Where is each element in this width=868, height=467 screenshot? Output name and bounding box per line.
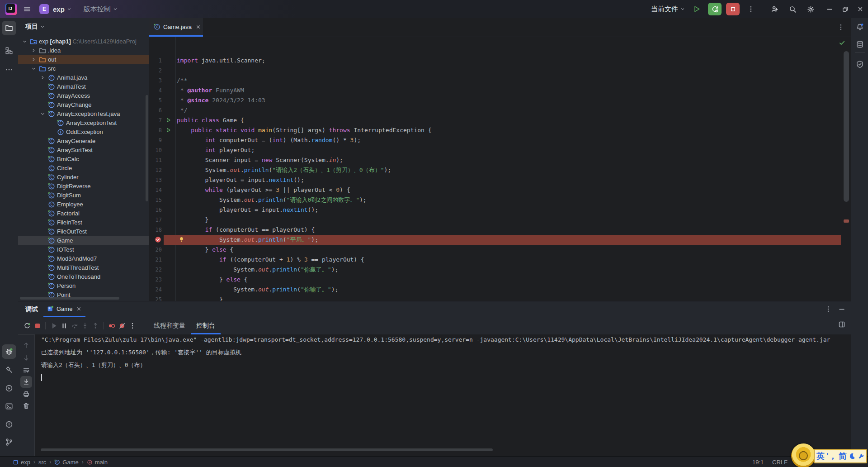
line-number[interactable]: 1	[149, 56, 162, 66]
tree-item-person[interactable]: CPerson	[18, 281, 149, 291]
tool-window-button-terminal[interactable]	[2, 399, 16, 414]
code-line-5[interactable]: 5 * @since 2024/3/22 14:03	[149, 95, 851, 105]
code-line-12[interactable]: 12 System.out.println("请输入2（石头）、1（剪刀）、0（…	[149, 165, 851, 175]
line-ending-indicator[interactable]: CRLF	[772, 459, 788, 466]
line-number[interactable]: 11	[149, 155, 162, 165]
tree-item-arraychange[interactable]: CArrayChange	[18, 100, 149, 110]
resume-icon[interactable]	[49, 321, 59, 331]
tree-item-digitsum[interactable]: CDigitSum	[18, 191, 149, 200]
line-number[interactable]: 25	[149, 295, 162, 301]
code-editor[interactable]: 1import java.util.Scanner;23/**4 * @auth…	[149, 37, 851, 301]
run-line-icon[interactable]	[165, 127, 171, 133]
breadcrumb-item-exp[interactable]: exp	[13, 459, 30, 466]
breadcrumb-item-main[interactable]: mmain	[87, 459, 108, 466]
code-line-23[interactable]: 23 } else {	[149, 275, 851, 285]
more-actions-icon[interactable]	[744, 3, 758, 15]
code-line-4[interactable]: 4 * @author FunnyAWM	[149, 86, 851, 95]
tree-item-mod3andmod7[interactable]: CMod3AndMod7	[18, 254, 149, 263]
tree-item-game[interactable]: CGame	[18, 236, 149, 245]
pause-icon[interactable]	[59, 321, 69, 331]
printer-icon[interactable]	[20, 388, 32, 400]
step-over-icon[interactable]	[70, 321, 80, 331]
view-breakpoints-icon[interactable]	[107, 321, 117, 331]
line-number[interactable]: 21	[149, 255, 162, 265]
tool-window-button-security[interactable]	[853, 57, 867, 71]
code-line-7[interactable]: 7public class Game {	[149, 115, 851, 125]
debug-view-tab-console[interactable]: 控制台	[191, 317, 221, 334]
line-number[interactable]: 9	[149, 135, 162, 145]
code-line-22[interactable]: 22 System.out.println("你赢了。");	[149, 265, 851, 275]
tree-vertical-scrollbar[interactable]	[146, 95, 148, 201]
project-panel-header[interactable]: 项目	[18, 18, 149, 35]
code-line-1[interactable]: 1import java.util.Scanner;	[149, 56, 851, 66]
tool-window-button-problems[interactable]	[2, 417, 16, 432]
breakpoint-icon[interactable]	[155, 236, 161, 243]
tool-window-button-services[interactable]	[2, 381, 16, 396]
line-number[interactable]: 13	[149, 175, 162, 185]
stop-filled-icon[interactable]	[33, 321, 42, 331]
rerun-debug-button[interactable]	[708, 3, 722, 15]
project-name-button[interactable]: exp	[53, 5, 65, 13]
tree-item-animaltest[interactable]: CAnimalTest	[18, 82, 149, 91]
line-number[interactable]: 12	[149, 165, 162, 175]
code-line-18[interactable]: 18 if (computerOut == playerOut) {	[149, 225, 851, 235]
line-number[interactable]: 8	[149, 125, 162, 135]
chevron-down-icon[interactable]	[22, 38, 28, 44]
line-number[interactable]: 24	[149, 285, 162, 295]
code-line-24[interactable]: 24 System.out.println("你输了。");	[149, 285, 851, 295]
breadcrumb-item-game[interactable]: CGame	[54, 459, 78, 466]
tree-item-bmicalc[interactable]: CBmiCalc	[18, 155, 149, 164]
scroll-end-icon[interactable]	[20, 376, 32, 388]
debug-options-icon[interactable]	[825, 305, 832, 313]
tool-window-button-debug[interactable]	[2, 344, 16, 359]
soft-wrap-icon[interactable]	[20, 364, 32, 376]
tree-item-iotest[interactable]: CIOTest	[18, 245, 149, 254]
code-line-11[interactable]: 11 Scanner input = new Scanner(System.in…	[149, 155, 851, 165]
chevron-down-icon[interactable]	[31, 66, 37, 71]
trash-icon[interactable]	[20, 400, 32, 412]
debug-session-tab[interactable]: Game	[43, 301, 85, 317]
stop-button[interactable]	[726, 3, 740, 15]
tree-item-animal-java[interactable]: CAnimal.java	[18, 73, 149, 82]
line-number[interactable]: 3	[149, 76, 162, 86]
minimize-icon[interactable]	[822, 0, 837, 18]
restore-icon[interactable]	[837, 0, 853, 18]
run-line-icon[interactable]	[165, 117, 171, 123]
line-number[interactable]: 15	[149, 195, 162, 205]
code-line-6[interactable]: 6 */	[149, 105, 851, 115]
tree-item-exp[interactable]: exp [chap1] C:\Users\11429\IdeaProj	[18, 37, 149, 46]
breadcrumb-item-src[interactable]: src	[38, 459, 46, 466]
arrow-up-icon[interactable]	[20, 339, 32, 351]
line-number[interactable]: 5	[149, 95, 162, 105]
code-line-13[interactable]: 13 playerOut = input.nextInt();	[149, 175, 851, 185]
tree-item-multithreadtest[interactable]: CMultiThreadTest	[18, 263, 149, 272]
code-line-25[interactable]: 25 }	[149, 295, 851, 301]
code-line-19[interactable]: System.out.println("平局。");	[149, 235, 851, 245]
line-number[interactable]: 2	[149, 66, 162, 76]
debug-view-tab-threads[interactable]: 线程和变量	[148, 317, 191, 334]
tool-window-button-database[interactable]	[853, 37, 867, 52]
wrench-icon[interactable]	[858, 453, 864, 460]
mute-breakpoints-icon[interactable]	[117, 321, 127, 331]
line-number[interactable]: 22	[149, 265, 162, 275]
ime-punctuation[interactable]: '，	[826, 451, 837, 462]
tree-item-digitreverse[interactable]: CDigitReverse	[18, 182, 149, 191]
tree-item-fileintest[interactable]: CFileInTest	[18, 218, 149, 227]
arrow-down-icon[interactable]	[20, 352, 32, 364]
line-number[interactable]: 17	[149, 215, 162, 225]
inspections-ok-icon[interactable]	[839, 39, 845, 46]
step-out-icon[interactable]	[90, 321, 100, 331]
vcs-menu-button[interactable]: 版本控制	[84, 5, 111, 14]
kebab-icon[interactable]	[127, 321, 137, 331]
tree-item-arrayexceptiontest[interactable]: CArrayExceptionTest	[18, 119, 149, 128]
run-button[interactable]	[690, 3, 703, 15]
search-icon[interactable]	[786, 3, 799, 15]
line-number[interactable]: 7	[149, 115, 162, 125]
tree-item-employee[interactable]: CEmployee	[18, 200, 149, 209]
layout-settings-icon[interactable]	[838, 321, 845, 328]
tool-window-button-version-control[interactable]	[2, 435, 16, 449]
tool-window-button-more-tool-windows[interactable]	[2, 62, 16, 77]
moon-icon[interactable]	[849, 453, 856, 460]
close-icon[interactable]	[853, 0, 868, 18]
line-number[interactable]: 20	[149, 245, 162, 255]
